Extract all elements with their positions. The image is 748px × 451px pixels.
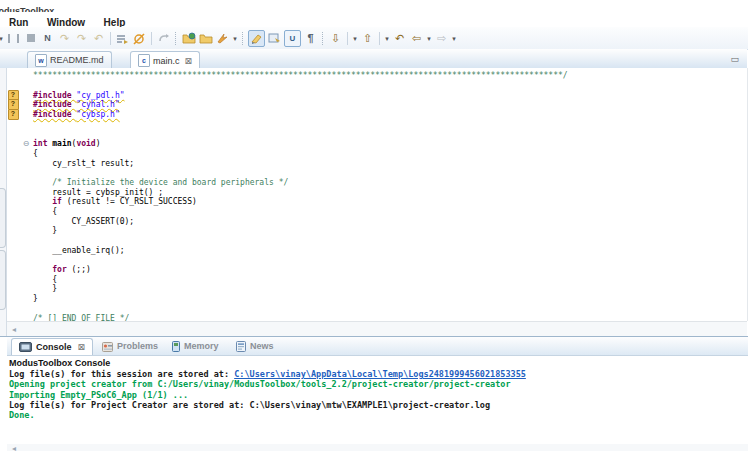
code-line: { — [7, 149, 747, 159]
back-icon[interactable]: ⇦ — [409, 31, 424, 46]
code-line: CY_ASSERT(0); — [7, 216, 747, 226]
console-tab-label: Console — [36, 342, 72, 352]
scroll-left-icon[interactable]: ◂ — [12, 444, 16, 451]
tab-main-c[interactable]: c main.c ⊠ — [130, 51, 200, 69]
last-edit-location-icon[interactable]: ↶ — [392, 31, 407, 46]
open-folder-icon[interactable] — [198, 31, 213, 46]
tab-news[interactable]: News — [229, 338, 281, 354]
console-tab-label: News — [250, 341, 274, 351]
console-tab-label: Problems — [117, 341, 158, 351]
next-annotation-icon[interactable]: ⇩ — [328, 31, 343, 46]
toolbar-separator — [175, 32, 177, 45]
code-line — [7, 236, 747, 246]
console-log-line: Log file(s) for this session are stored … — [9, 369, 744, 379]
tab-label: main.c — [153, 56, 180, 66]
program-flash-icon[interactable] — [215, 31, 230, 46]
back-menu-icon[interactable]: ▾ — [425, 31, 433, 46]
news-icon — [236, 341, 246, 352]
instruction-stepping-icon[interactable] — [115, 31, 130, 46]
code-line: for (;;) — [7, 265, 747, 275]
code-line: ⊖int main(void) — [7, 139, 747, 149]
code-lines: ****************************************… — [7, 68, 747, 321]
code-line — [7, 129, 747, 139]
minimize-view-icon[interactable]: ▭ — [730, 54, 739, 64]
code-line: __enable_irq(); — [7, 245, 747, 255]
toolbar-separator — [242, 32, 244, 45]
program-flash-menu-icon[interactable]: ▾ — [231, 31, 239, 46]
tab-label: README.md — [50, 55, 104, 65]
forward-icon[interactable]: ⇨ — [434, 31, 449, 46]
readme-file-icon: w — [35, 54, 47, 67]
tab-problems[interactable]: Problems — [95, 338, 165, 354]
code-editor[interactable]: ****************************************… — [7, 68, 748, 321]
toolbar-separator — [322, 32, 324, 45]
editor-horizontal-scrollbar[interactable]: ◂ — [7, 321, 747, 336]
console-log-line: Done. — [9, 410, 744, 420]
console-tab-bar: Console ⊠ Problems Memory News — [7, 337, 748, 356]
console-panel: Console ⊠ Problems Memory News ModusTool… — [0, 336, 748, 451]
console-horizontal-scrollbar[interactable]: ◂ — [7, 444, 748, 451]
code-line: ?#include "cyhal.h" — [7, 100, 747, 110]
code-line — [7, 304, 747, 314]
code-line: } — [7, 284, 747, 294]
fold-collapse-icon[interactable]: ⊖ — [19, 139, 33, 148]
show-selected-element-icon[interactable]: U — [284, 30, 301, 47]
code-line: ****************************************… — [7, 71, 747, 81]
main-toolbar: ▾ N ↷ ↷ ↶ ▾ — [0, 27, 748, 50]
open-project-icon[interactable] — [181, 31, 196, 46]
memory-icon — [172, 341, 180, 352]
c-file-icon: c — [138, 54, 150, 67]
scroll-left-icon[interactable]: ◂ — [12, 325, 16, 334]
disconnect-icon[interactable]: N — [40, 31, 55, 46]
restart-icon[interactable] — [156, 31, 171, 46]
previous-annotation-menu-icon[interactable]: ▾ — [383, 31, 391, 46]
forward-menu-icon[interactable]: ▾ — [450, 31, 458, 46]
console-log-line: Importing Empty_PSoC6_App (1/1) ... — [9, 390, 744, 400]
dropdown-partial-icon[interactable]: ▾ — [0, 31, 5, 46]
terminate-icon[interactable] — [23, 31, 38, 46]
code-line: result = cybsp_init() ; — [7, 187, 747, 197]
editor-tab-bar: w README.md c main.c ⊠ ▭ — [0, 49, 747, 69]
tab-readme-md[interactable]: w README.md — [27, 51, 112, 68]
close-icon[interactable]: ⊠ — [78, 342, 86, 352]
code-line: { — [7, 274, 747, 284]
toolbar-separator — [110, 32, 111, 45]
console-lines[interactable]: Log file(s) for this session are stored … — [9, 369, 744, 420]
code-line: /* [] END OF FILE */ — [7, 313, 747, 321]
open-element-icon[interactable] — [267, 31, 282, 46]
code-line: { — [7, 207, 747, 217]
skip-all-breakpoints-icon[interactable] — [132, 31, 147, 46]
code-line: if (result != CY_RSLT_SUCCESS) — [7, 197, 747, 207]
step-into-icon[interactable]: ↷ — [57, 31, 72, 46]
toolbar-separator — [379, 32, 380, 45]
tab-memory[interactable]: Memory — [165, 338, 226, 354]
log-path-link[interactable]: C:\Users\vinay\AppData\Local\Temp\Logs24… — [234, 369, 526, 379]
close-icon[interactable]: ⊠ — [185, 56, 193, 66]
console-log-line: Opening project creator from C:/Users/vi… — [9, 379, 744, 389]
step-over-icon[interactable]: ↷ — [74, 31, 89, 46]
step-return-icon[interactable]: ↶ — [91, 31, 106, 46]
problems-icon — [102, 341, 113, 352]
code-line — [7, 119, 747, 129]
next-annotation-menu-icon[interactable]: ▾ — [351, 31, 359, 46]
suspend-icon[interactable] — [6, 31, 21, 46]
warning-marker-icon[interactable]: ? — [8, 109, 19, 120]
code-line: ?#include "cy_pdl.h" — [7, 90, 747, 100]
code-line: } — [7, 226, 747, 236]
code-line — [7, 168, 747, 178]
console-log-line: Log file(s) for Project Creator are stor… — [9, 400, 744, 410]
code-line: ?#include "cybsp.h" — [7, 110, 747, 120]
toolbar-separator — [151, 32, 152, 45]
collapsed-view-handle[interactable] — [0, 188, 6, 248]
tab-console[interactable]: Console ⊠ — [11, 338, 93, 355]
code-line — [7, 255, 747, 265]
collapsed-view-handle[interactable] — [0, 250, 6, 310]
console-view-title: ModusToolbox Console — [9, 358, 110, 368]
console-tab-label: Memory — [184, 341, 219, 351]
show-whitespace-icon[interactable]: ¶ — [303, 31, 318, 46]
code-line — [7, 81, 747, 91]
menu-bar: Run Window Help — [0, 12, 748, 27]
previous-annotation-icon[interactable]: ⇧ — [360, 31, 375, 46]
modustoolbox-window: ModusToolbox Run Window Help ▾ N ↷ ↷ ↶ — [0, 0, 748, 451]
mark-occurrences-icon[interactable] — [248, 30, 265, 47]
